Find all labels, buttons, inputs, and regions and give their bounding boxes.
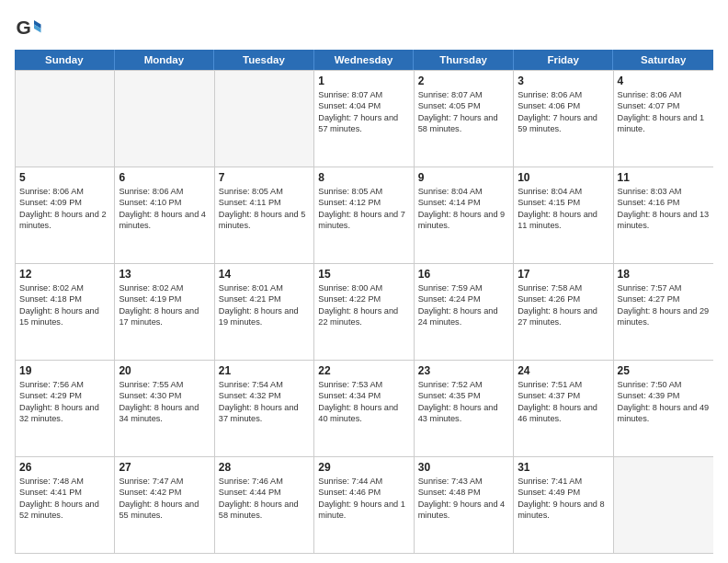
calendar-day-cell: 29Sunrise: 7:44 AM Sunset: 4:46 PM Dayli…	[314, 457, 414, 553]
calendar-day-cell: 17Sunrise: 7:58 AM Sunset: 4:26 PM Dayli…	[514, 264, 613, 360]
day-number: 1	[318, 75, 409, 87]
day-number: 24	[518, 364, 609, 377]
calendar-day-cell: 7Sunrise: 8:05 AM Sunset: 4:11 PM Daylig…	[215, 167, 314, 263]
calendar-day-cell: 10Sunrise: 8:04 AM Sunset: 4:15 PM Dayli…	[514, 167, 613, 263]
day-number: 3	[518, 75, 609, 87]
day-number: 25	[618, 364, 710, 377]
day-number: 23	[418, 364, 509, 377]
calendar-day-cell: 27Sunrise: 7:47 AM Sunset: 4:42 PM Dayli…	[115, 457, 214, 553]
day-number: 5	[19, 171, 110, 184]
calendar-day-cell: 15Sunrise: 8:00 AM Sunset: 4:22 PM Dayli…	[314, 264, 414, 360]
day-detail: Sunrise: 8:05 AM Sunset: 4:12 PM Dayligh…	[318, 186, 409, 232]
calendar-header-day: Wednesday	[314, 50, 415, 70]
calendar-week-row: 1Sunrise: 8:07 AM Sunset: 4:04 PM Daylig…	[16, 70, 713, 167]
day-detail: Sunrise: 7:58 AM Sunset: 4:26 PM Dayligh…	[518, 282, 609, 328]
calendar: SundayMondayTuesdayWednesdayThursdayFrid…	[15, 50, 713, 554]
day-number: 9	[418, 171, 509, 184]
calendar-day-cell: 6Sunrise: 8:06 AM Sunset: 4:10 PM Daylig…	[115, 167, 214, 263]
day-detail: Sunrise: 8:04 AM Sunset: 4:14 PM Dayligh…	[418, 186, 509, 232]
calendar-day-cell: 18Sunrise: 7:57 AM Sunset: 4:27 PM Dayli…	[614, 264, 713, 360]
calendar-header-day: Tuesday	[214, 50, 314, 70]
calendar-day-cell: 26Sunrise: 7:48 AM Sunset: 4:41 PM Dayli…	[16, 457, 115, 553]
logo-icon: G	[15, 15, 42, 42]
day-detail: Sunrise: 8:06 AM Sunset: 4:06 PM Dayligh…	[518, 89, 609, 135]
calendar-week-row: 5Sunrise: 8:06 AM Sunset: 4:09 PM Daylig…	[16, 167, 713, 263]
calendar-day-cell: 21Sunrise: 7:54 AM Sunset: 4:32 PM Dayli…	[215, 361, 314, 456]
calendar-day-cell: 13Sunrise: 8:02 AM Sunset: 4:19 PM Dayli…	[115, 264, 214, 360]
day-number: 7	[219, 171, 310, 184]
day-number: 11	[618, 171, 710, 184]
calendar-day-cell: 8Sunrise: 8:05 AM Sunset: 4:12 PM Daylig…	[314, 167, 414, 263]
day-detail: Sunrise: 7:57 AM Sunset: 4:27 PM Dayligh…	[618, 282, 710, 328]
calendar-day-cell: 11Sunrise: 8:03 AM Sunset: 4:16 PM Dayli…	[614, 167, 713, 263]
calendar-day-cell: 1Sunrise: 8:07 AM Sunset: 4:04 PM Daylig…	[314, 71, 414, 167]
calendar-day-cell: 16Sunrise: 7:59 AM Sunset: 4:24 PM Dayli…	[415, 264, 514, 360]
day-detail: Sunrise: 7:55 AM Sunset: 4:30 PM Dayligh…	[119, 379, 210, 425]
calendar-day-cell	[115, 71, 214, 167]
calendar-day-cell: 14Sunrise: 8:01 AM Sunset: 4:21 PM Dayli…	[215, 264, 314, 360]
day-number: 4	[618, 75, 710, 87]
day-number: 30	[418, 461, 509, 474]
calendar-header: SundayMondayTuesdayWednesdayThursdayFrid…	[15, 50, 713, 70]
day-detail: Sunrise: 7:43 AM Sunset: 4:48 PM Dayligh…	[418, 476, 509, 522]
calendar-day-cell	[16, 71, 115, 167]
day-number: 31	[518, 461, 609, 474]
day-number: 15	[318, 268, 409, 281]
page: G SundayMondayTuesdayWednesdayThursdayFr…	[0, 0, 728, 563]
day-detail: Sunrise: 8:06 AM Sunset: 4:10 PM Dayligh…	[119, 186, 210, 232]
calendar-day-cell: 5Sunrise: 8:06 AM Sunset: 4:09 PM Daylig…	[16, 167, 115, 263]
day-number: 6	[119, 171, 210, 184]
day-detail: Sunrise: 8:02 AM Sunset: 4:18 PM Dayligh…	[19, 282, 110, 328]
calendar-day-cell: 22Sunrise: 7:53 AM Sunset: 4:34 PM Dayli…	[314, 361, 414, 456]
calendar-day-cell: 28Sunrise: 7:46 AM Sunset: 4:44 PM Dayli…	[215, 457, 314, 553]
day-detail: Sunrise: 8:06 AM Sunset: 4:09 PM Dayligh…	[19, 186, 110, 232]
calendar-day-cell: 3Sunrise: 8:06 AM Sunset: 4:06 PM Daylig…	[514, 71, 613, 167]
day-number: 10	[518, 171, 609, 184]
day-detail: Sunrise: 7:48 AM Sunset: 4:41 PM Dayligh…	[19, 476, 110, 522]
day-detail: Sunrise: 7:52 AM Sunset: 4:35 PM Dayligh…	[418, 379, 509, 425]
day-detail: Sunrise: 8:04 AM Sunset: 4:15 PM Dayligh…	[518, 186, 609, 232]
calendar-header-day: Saturday	[613, 50, 713, 70]
day-detail: Sunrise: 7:53 AM Sunset: 4:34 PM Dayligh…	[318, 379, 409, 425]
day-number: 17	[518, 268, 609, 281]
calendar-day-cell: 24Sunrise: 7:51 AM Sunset: 4:37 PM Dayli…	[514, 361, 613, 456]
day-number: 18	[618, 268, 710, 281]
calendar-header-day: Friday	[514, 50, 614, 70]
day-detail: Sunrise: 8:01 AM Sunset: 4:21 PM Dayligh…	[219, 282, 310, 328]
calendar-week-row: 19Sunrise: 7:56 AM Sunset: 4:29 PM Dayli…	[16, 360, 713, 456]
day-detail: Sunrise: 8:03 AM Sunset: 4:16 PM Dayligh…	[618, 186, 710, 232]
day-detail: Sunrise: 7:54 AM Sunset: 4:32 PM Dayligh…	[219, 379, 310, 425]
day-number: 2	[418, 75, 509, 87]
calendar-week-row: 26Sunrise: 7:48 AM Sunset: 4:41 PM Dayli…	[16, 456, 713, 553]
day-number: 19	[19, 364, 110, 377]
day-detail: Sunrise: 7:41 AM Sunset: 4:49 PM Dayligh…	[518, 476, 609, 522]
calendar-day-cell: 2Sunrise: 8:07 AM Sunset: 4:05 PM Daylig…	[415, 71, 514, 167]
calendar-day-cell: 25Sunrise: 7:50 AM Sunset: 4:39 PM Dayli…	[614, 361, 713, 456]
calendar-day-cell: 30Sunrise: 7:43 AM Sunset: 4:48 PM Dayli…	[415, 457, 514, 553]
day-number: 20	[119, 364, 210, 377]
day-number: 12	[19, 268, 110, 281]
calendar-day-cell: 31Sunrise: 7:41 AM Sunset: 4:49 PM Dayli…	[514, 457, 613, 553]
svg-text:G: G	[17, 17, 31, 38]
day-detail: Sunrise: 7:47 AM Sunset: 4:42 PM Dayligh…	[119, 476, 210, 522]
day-detail: Sunrise: 8:07 AM Sunset: 4:04 PM Dayligh…	[318, 89, 409, 135]
day-detail: Sunrise: 7:46 AM Sunset: 4:44 PM Dayligh…	[219, 476, 310, 522]
day-number: 14	[219, 268, 310, 281]
calendar-day-cell: 20Sunrise: 7:55 AM Sunset: 4:30 PM Dayli…	[115, 361, 214, 456]
day-detail: Sunrise: 8:07 AM Sunset: 4:05 PM Dayligh…	[418, 89, 509, 135]
day-detail: Sunrise: 8:05 AM Sunset: 4:11 PM Dayligh…	[219, 186, 310, 232]
day-number: 28	[219, 461, 310, 474]
calendar-header-day: Thursday	[414, 50, 514, 70]
day-number: 26	[19, 461, 110, 474]
day-number: 21	[219, 364, 310, 377]
calendar-day-cell: 12Sunrise: 8:02 AM Sunset: 4:18 PM Dayli…	[16, 264, 115, 360]
calendar-header-day: Sunday	[15, 50, 115, 70]
day-detail: Sunrise: 7:59 AM Sunset: 4:24 PM Dayligh…	[418, 282, 509, 328]
day-number: 13	[119, 268, 210, 281]
calendar-header-day: Monday	[115, 50, 215, 70]
logo: G	[15, 15, 46, 42]
day-number: 29	[318, 461, 409, 474]
calendar-day-cell	[215, 71, 314, 167]
day-detail: Sunrise: 7:56 AM Sunset: 4:29 PM Dayligh…	[19, 379, 110, 425]
day-detail: Sunrise: 8:00 AM Sunset: 4:22 PM Dayligh…	[318, 282, 409, 328]
